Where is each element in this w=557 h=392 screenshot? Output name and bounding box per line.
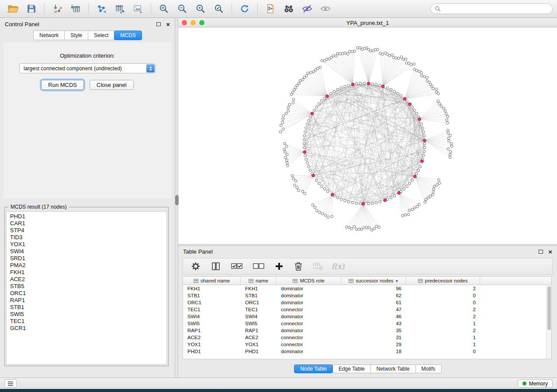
network-node[interactable] (440, 105, 443, 107)
refresh-button[interactable] (236, 2, 253, 16)
network-node[interactable] (351, 201, 354, 204)
network-node[interactable] (305, 127, 308, 129)
network-hub-node[interactable] (418, 118, 421, 121)
network-node[interactable] (408, 209, 411, 212)
network-node[interactable] (402, 58, 405, 61)
table-row[interactable]: STB1STB1dominator620 (183, 292, 551, 299)
network-hub-node[interactable] (311, 112, 314, 115)
zoom-selected-button[interactable] (210, 2, 228, 16)
network-node[interactable] (423, 146, 426, 149)
network-hub-node[interactable] (384, 199, 387, 202)
network-node[interactable] (307, 72, 309, 75)
network-node[interactable] (293, 89, 296, 91)
network-node[interactable] (417, 169, 420, 172)
tab-edge-table[interactable]: Edge Table (332, 364, 371, 373)
network-node[interactable] (345, 226, 348, 229)
network-node[interactable] (301, 78, 304, 81)
network-node[interactable] (432, 191, 435, 193)
network-node[interactable] (422, 154, 425, 157)
network-hub-node[interactable] (351, 83, 354, 86)
network-node[interactable] (450, 145, 453, 148)
network-node[interactable] (424, 201, 426, 203)
network-node[interactable] (309, 169, 311, 172)
network-node[interactable] (450, 151, 452, 153)
column-header-name[interactable]: name (241, 277, 277, 285)
network-node[interactable] (359, 82, 362, 85)
network-hub-node[interactable] (312, 174, 315, 177)
network-node[interactable] (325, 58, 328, 61)
network-node[interactable] (437, 93, 440, 95)
network-node[interactable] (444, 110, 446, 112)
network-node[interactable] (353, 225, 356, 228)
table-row[interactable]: FKH1FKH1dominator962 (183, 285, 551, 292)
network-hub-node[interactable] (362, 203, 365, 206)
network-node[interactable] (308, 165, 310, 168)
network-node[interactable] (368, 227, 370, 229)
network-node[interactable] (294, 180, 297, 182)
network-node[interactable] (292, 91, 294, 94)
column-header-predecessor-nodes[interactable]: predecessor nodes (406, 277, 480, 285)
tab-network[interactable]: Network (33, 31, 65, 40)
network-node[interactable] (288, 103, 291, 106)
deselect-all-button[interactable] (251, 259, 266, 274)
mcds-result-item[interactable]: SWI5 (7, 311, 166, 318)
network-node[interactable] (299, 79, 301, 82)
network-node[interactable] (405, 62, 408, 64)
network-node[interactable] (365, 227, 368, 229)
network-node[interactable] (449, 134, 452, 137)
export-image-button[interactable] (129, 2, 147, 16)
network-node[interactable] (310, 71, 312, 74)
network-canvas[interactable] (178, 28, 557, 244)
network-node[interactable] (420, 72, 422, 74)
mcds-result-item[interactable]: ORC1 (7, 290, 166, 297)
network-node[interactable] (286, 162, 288, 164)
mcds-result-item[interactable]: TEC1 (7, 318, 166, 325)
network-hub-node[interactable] (413, 175, 416, 178)
network-node[interactable] (326, 190, 329, 193)
mcds-result-item[interactable]: SRD1 (7, 255, 166, 262)
network-hub-node[interactable] (403, 97, 406, 100)
network-node[interactable] (351, 51, 353, 53)
network-node[interactable] (282, 118, 284, 120)
table-row[interactable]: RAP1RAP1dominator352 (183, 327, 551, 334)
network-node[interactable] (423, 76, 426, 78)
network-node[interactable] (449, 153, 451, 156)
delete-row-button[interactable] (292, 259, 304, 274)
table-row[interactable]: SWI4SWI4dominator462 (183, 313, 551, 320)
network-node[interactable] (400, 56, 403, 58)
network-node[interactable] (340, 198, 343, 201)
network-node[interactable] (379, 84, 381, 87)
mcds-result-item[interactable]: ACE2 (7, 276, 166, 283)
zoom-fit-button[interactable] (192, 2, 209, 16)
network-node[interactable] (350, 227, 353, 230)
network-node[interactable] (421, 75, 423, 77)
network-node[interactable] (365, 47, 368, 49)
network-node[interactable] (282, 128, 284, 131)
network-node[interactable] (445, 113, 448, 115)
tab-network-table[interactable]: Network Table (370, 364, 416, 373)
mcds-result-item[interactable]: RAP1 (7, 297, 166, 304)
network-hub-node[interactable] (408, 103, 412, 106)
mcds-result-item[interactable]: STB5 (7, 283, 166, 290)
table-row[interactable]: ORC1ORC1dominator610 (183, 299, 551, 306)
share-document-button[interactable] (262, 2, 279, 16)
mcds-result-item[interactable]: PMA2 (7, 262, 166, 269)
table-row[interactable]: YOX1YOX1connector291 (183, 341, 551, 348)
network-node[interactable] (301, 190, 304, 193)
network-node[interactable] (404, 213, 407, 216)
network-node[interactable] (308, 119, 310, 122)
network-node[interactable] (415, 112, 418, 115)
network-node[interactable] (349, 50, 351, 53)
network-node[interactable] (319, 66, 322, 69)
save-session-button[interactable] (23, 2, 40, 16)
column-header-shared-name[interactable]: shared name (183, 277, 241, 285)
network-node[interactable] (314, 69, 317, 71)
network-node[interactable] (291, 175, 294, 177)
mcds-result-item[interactable]: YOX1 (7, 241, 166, 248)
network-node[interactable] (422, 131, 425, 133)
network-node[interactable] (281, 121, 284, 124)
network-node[interactable] (336, 196, 339, 199)
network-node[interactable] (415, 69, 418, 72)
network-node[interactable] (305, 158, 308, 161)
network-node[interactable] (397, 57, 400, 59)
